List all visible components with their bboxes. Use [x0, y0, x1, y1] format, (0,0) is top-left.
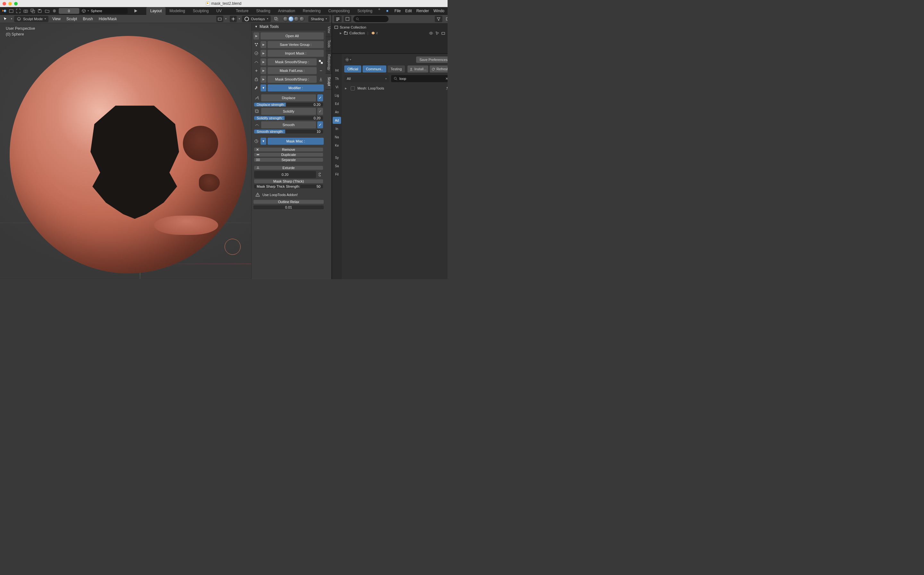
- solidify-toggle[interactable]: ✓: [317, 108, 323, 115]
- outline-relax-value[interactable]: 0.01: [254, 205, 324, 209]
- duplicate-icon[interactable]: [30, 8, 36, 14]
- outliner-scene-collection-row[interactable]: Scene Collection: [334, 24, 448, 30]
- smooth-toggle[interactable]: ✓: [317, 121, 323, 129]
- save-icon[interactable]: [37, 8, 43, 14]
- displace-button[interactable]: Displace: [261, 94, 316, 102]
- workspace-tab-rendering[interactable]: Rendering: [299, 7, 324, 15]
- record-icon[interactable]: [53, 9, 56, 13]
- ptab-navigation[interactable]: Na: [333, 133, 341, 141]
- clear-search-button[interactable]: ✕: [445, 77, 448, 81]
- mask-sharp-thick-button[interactable]: Mask Sharp (Thick): [254, 179, 323, 183]
- exturde-value-field[interactable]: 0.20: [254, 171, 316, 178]
- vtab-sculpt[interactable]: Sculpt: [325, 74, 332, 89]
- outliner-display-mode-dropdown[interactable]: [334, 16, 342, 22]
- checker-icon[interactable]: [318, 59, 324, 65]
- open-all-button[interactable]: Open All: [260, 32, 324, 40]
- render-icon[interactable]: [441, 31, 445, 35]
- addon-search-field[interactable]: loop ✕: [391, 75, 448, 82]
- displace-toggle[interactable]: ✓: [317, 94, 323, 102]
- expand-triangle-icon[interactable]: ▶: [345, 87, 348, 90]
- add-workspace-button[interactable]: +: [376, 7, 383, 15]
- shading-dropdown[interactable]: Shading ▾: [308, 16, 330, 22]
- fullscreen-icon[interactable]: [15, 8, 21, 14]
- active-object-field[interactable]: ▾ Sphere: [81, 8, 128, 14]
- mask-smooth-sharp-button-2[interactable]: Mask Smooth/Sharp :: [268, 76, 317, 83]
- ptab-addons[interactable]: Ad: [333, 117, 341, 124]
- install-addon-button[interactable]: Install...: [408, 65, 428, 73]
- vtab-tools[interactable]: Tools: [325, 37, 332, 51]
- workspace-tab-animation[interactable]: Animation: [274, 7, 299, 15]
- outline-relax-button[interactable]: Outline Relax: [254, 200, 324, 204]
- blender-logo-icon[interactable]: [2, 8, 7, 13]
- addons-official-button[interactable]: Official: [344, 65, 361, 73]
- vh-menu-hide-mask[interactable]: Hide/Mask: [97, 17, 119, 21]
- workspace-tab-scripting[interactable]: Scripting: [354, 7, 376, 15]
- solidify-button[interactable]: Solidify: [261, 108, 316, 115]
- outliner-search-field[interactable]: [353, 16, 389, 22]
- workspace-tab-shading[interactable]: Shading: [252, 7, 274, 15]
- smooth-button[interactable]: Smooth: [261, 121, 316, 129]
- workspace-tab-layout[interactable]: Layout: [146, 7, 165, 15]
- ptab-viewport[interactable]: Vi: [333, 83, 341, 91]
- addons-testing-button[interactable]: Testing: [387, 65, 405, 73]
- workspace-tab-uv-editing[interactable]: UV Editing: [213, 7, 232, 15]
- xray-icon[interactable]: [273, 16, 280, 22]
- ptab-keymap[interactable]: Ke: [333, 142, 341, 149]
- duplicate-button[interactable]: Duplicate: [254, 153, 323, 157]
- overlays-dropdown[interactable]: Overlays ▾: [242, 16, 270, 22]
- expand-arrow-icon[interactable]: ▶: [260, 67, 266, 74]
- mask-smooth-sharp-button[interactable]: Mask Smooth/Sharp :: [268, 59, 317, 65]
- ptab-input[interactable]: In: [333, 125, 341, 132]
- minus-icon[interactable]: −: [318, 67, 324, 74]
- refresh-addons-button[interactable]: Refresh: [430, 65, 448, 73]
- camera-render-icon[interactable]: [447, 31, 448, 35]
- play-icon[interactable]: [133, 8, 138, 14]
- expand-arrow-icon[interactable]: ▶: [260, 50, 266, 57]
- outliner-collection-row[interactable]: ▶ Collection | 2: [334, 30, 448, 36]
- save-preferences-button[interactable]: Save Preferences: [416, 56, 448, 63]
- selectability-icon[interactable]: [216, 16, 223, 22]
- expand-arrow-down-icon[interactable]: ▼: [260, 138, 266, 145]
- menu-window[interactable]: Windo: [433, 9, 445, 13]
- addons-community-button[interactable]: Communi..: [362, 65, 386, 73]
- ptab-save[interactable]: Sa: [333, 162, 341, 170]
- eye-icon[interactable]: [429, 31, 433, 35]
- smooth-strength-slider[interactable]: Smooth strength: 10: [254, 130, 323, 133]
- menu-render[interactable]: Render: [416, 9, 429, 13]
- workspace-tab-sculpting[interactable]: Sculpting: [189, 7, 213, 15]
- frame-field[interactable]: 0: [59, 8, 79, 14]
- vtab-view[interactable]: View: [325, 23, 332, 37]
- outliner-new-collection-button[interactable]: [445, 16, 448, 22]
- blender-menu-icon[interactable]: [384, 8, 390, 14]
- addon-category-dropdown[interactable]: All ▾: [344, 75, 389, 82]
- solidify-strength-slider[interactable]: Solidify strength: 0.20: [254, 116, 323, 120]
- mask-fat-less-button[interactable]: Mask Fat/Less :: [268, 67, 317, 74]
- ptab-editing[interactable]: Ed: [333, 100, 341, 107]
- sharp-thick-slider[interactable]: Mask Sharp Thick Strength: 50: [254, 184, 323, 188]
- ptab-system[interactable]: Sy: [333, 154, 341, 161]
- ptab-file[interactable]: Fil: [333, 171, 341, 178]
- ptab-interface[interactable]: Int: [333, 67, 341, 74]
- outliner-tree[interactable]: Scene Collection ▶ Collection | 2: [332, 23, 448, 53]
- expand-arrow-icon[interactable]: ▶: [254, 32, 259, 40]
- mask-tools-header[interactable]: ▼ Mask Tools: [252, 23, 325, 30]
- moon-icon[interactable]: [317, 171, 323, 178]
- selectable-icon[interactable]: [435, 31, 439, 35]
- workspace-tab-texture-paint[interactable]: Texture Paint: [232, 7, 252, 15]
- vh-menu-view[interactable]: View: [50, 17, 63, 21]
- vtab-retopology[interactable]: Retopology: [325, 51, 332, 74]
- 3d-viewport[interactable]: User Perspective (0) Sphere ▼ Mask Tools…: [0, 23, 332, 279]
- download-icon[interactable]: [318, 76, 324, 83]
- workspace-tab-compositing[interactable]: Compositing: [324, 7, 354, 15]
- menu-file[interactable]: File: [395, 9, 401, 13]
- cursor-tool-icon[interactable]: [2, 16, 9, 22]
- exturde-button[interactable]: Exturde: [254, 166, 323, 170]
- mode-selector[interactable]: Sculpt Mode ▾: [14, 16, 48, 22]
- expand-arrow-down-icon[interactable]: ▼: [260, 84, 266, 91]
- ptab-animation[interactable]: An: [333, 108, 341, 116]
- import-mask-button[interactable]: Import Mask :: [268, 50, 324, 57]
- addon-row-looptools[interactable]: ▶ Mesh: LoopTools: [344, 85, 448, 92]
- addon-enable-checkbox[interactable]: [351, 86, 355, 91]
- workspace-tab-modeling[interactable]: Modeling: [165, 7, 189, 15]
- mask-misc-header-button[interactable]: Mask Misc :: [268, 138, 324, 145]
